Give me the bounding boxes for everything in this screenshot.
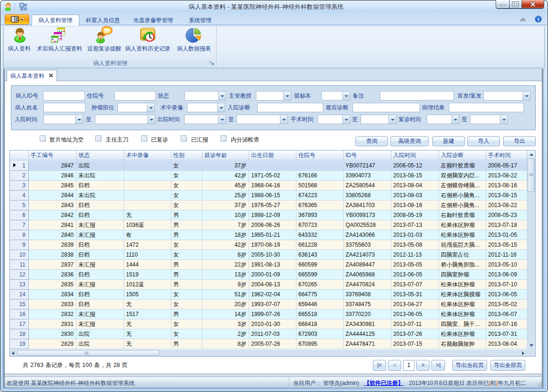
svg-text:i: i xyxy=(538,17,539,22)
